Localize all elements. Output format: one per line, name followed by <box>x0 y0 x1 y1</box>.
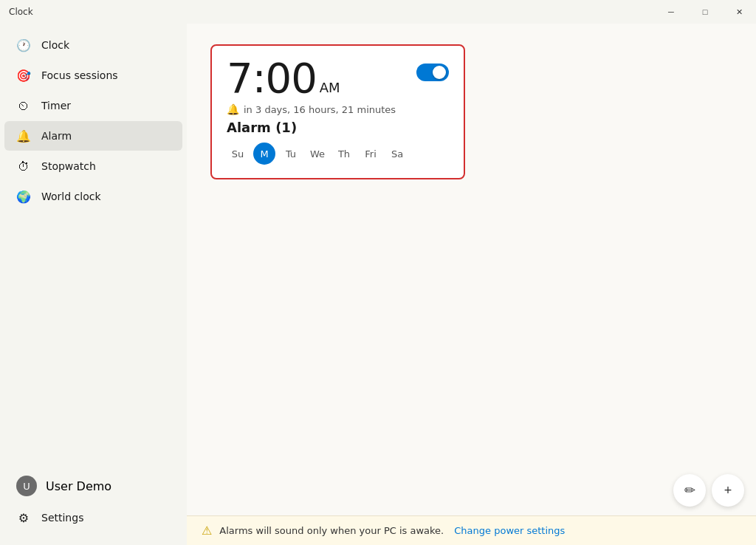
user-profile-item[interactable]: U User Demo <box>4 470 182 502</box>
user-name: User Demo <box>46 479 111 493</box>
add-icon: + <box>724 483 732 498</box>
sidebar: 🕐Clock🎯Focus sessions⏲Timer🔔Alarm⏱Stopwa… <box>0 24 187 545</box>
sidebar-item-settings[interactable]: ⚙ Settings <box>4 503 182 532</box>
alarm-time-digits: 7:00 <box>227 58 317 99</box>
day-chip-we[interactable]: We <box>306 143 329 165</box>
day-chip-m[interactable]: M <box>253 143 275 165</box>
sidebar-item-clock[interactable]: 🕐Clock <box>4 30 182 60</box>
app-container: 🕐Clock🎯Focus sessions⏲Timer🔔Alarm⏱Stopwa… <box>0 24 756 545</box>
notification-message: Alarms will sound only when your PC is a… <box>219 525 444 536</box>
toggle-thumb <box>433 66 446 79</box>
alarm-next-info: 🔔 in 3 days, 16 hours, 21 minutes <box>227 103 449 115</box>
sidebar-item-label-timer: Timer <box>41 100 71 112</box>
day-chip-su[interactable]: Su <box>227 143 249 165</box>
day-chip-fri[interactable]: Fri <box>360 143 382 165</box>
sidebar-bottom: U User Demo ⚙ Settings <box>0 463 187 539</box>
app-title: Clock <box>9 7 33 17</box>
timer-icon: ⏲ <box>16 98 31 113</box>
alarm-card-header: 7:00 AM <box>227 58 449 99</box>
alarm-time: 7:00 AM <box>227 58 340 99</box>
day-chip-th[interactable]: Th <box>333 143 355 165</box>
alarm-icon: 🔔 <box>16 128 31 143</box>
clock-icon: 🕐 <box>16 38 31 52</box>
sidebar-item-label-stopwatch: Stopwatch <box>41 160 96 172</box>
sidebar-item-label-world-clock: World clock <box>41 191 101 202</box>
focus-sessions-icon: 🎯 <box>16 68 31 83</box>
content-area: 7:00 AM 🔔 in 3 days, 16 hours, 21 minute… <box>187 24 756 468</box>
settings-label: Settings <box>41 512 83 524</box>
alarm-days: SuMTuWeThFriSa <box>227 143 449 165</box>
action-bar: ✏ + <box>187 468 756 515</box>
sidebar-item-focus-sessions[interactable]: 🎯Focus sessions <box>4 61 182 90</box>
day-chip-tu[interactable]: Tu <box>280 143 302 165</box>
avatar: U <box>16 476 37 496</box>
alarm-name: Alarm (1) <box>227 120 449 135</box>
alarm-card[interactable]: 7:00 AM 🔔 in 3 days, 16 hours, 21 minute… <box>210 44 465 179</box>
minimize-button[interactable]: ─ <box>654 0 688 24</box>
sidebar-item-label-focus-sessions: Focus sessions <box>41 69 118 81</box>
add-alarm-button[interactable]: + <box>712 474 744 507</box>
sidebar-item-label-clock: Clock <box>41 39 69 51</box>
edit-button[interactable]: ✏ <box>673 474 706 507</box>
day-chip-sa[interactable]: Sa <box>386 143 408 165</box>
sidebar-item-alarm[interactable]: 🔔Alarm <box>4 121 182 151</box>
warning-icon: ⚠ <box>202 524 212 538</box>
settings-icon: ⚙ <box>16 510 31 525</box>
sidebar-item-world-clock[interactable]: 🌍World clock <box>4 182 182 211</box>
close-button[interactable]: ✕ <box>722 0 756 24</box>
edit-icon: ✏ <box>684 482 695 498</box>
sidebar-item-timer[interactable]: ⏲Timer <box>4 91 182 120</box>
maximize-button[interactable]: □ <box>688 0 722 24</box>
alarm-next-text: in 3 days, 16 hours, 21 minutes <box>244 104 396 115</box>
nav-items: 🕐Clock🎯Focus sessions⏲Timer🔔Alarm⏱Stopwa… <box>0 30 187 212</box>
alarm-time-ampm: AM <box>320 80 340 95</box>
stopwatch-icon: ⏱ <box>16 159 31 174</box>
alarm-toggle[interactable] <box>416 64 449 81</box>
toggle-track <box>416 64 449 81</box>
notification-bar: ⚠ Alarms will sound only when your PC is… <box>187 515 756 545</box>
bell-icon: 🔔 <box>227 103 239 115</box>
world-clock-icon: 🌍 <box>16 189 31 204</box>
main-content: 7:00 AM 🔔 in 3 days, 16 hours, 21 minute… <box>187 24 756 545</box>
change-power-settings-link[interactable]: Change power settings <box>454 525 565 536</box>
window-controls: ─ □ ✕ <box>654 0 756 24</box>
sidebar-item-label-alarm: Alarm <box>41 130 72 142</box>
titlebar: Clock ─ □ ✕ <box>0 0 756 24</box>
sidebar-item-stopwatch[interactable]: ⏱Stopwatch <box>4 151 182 181</box>
